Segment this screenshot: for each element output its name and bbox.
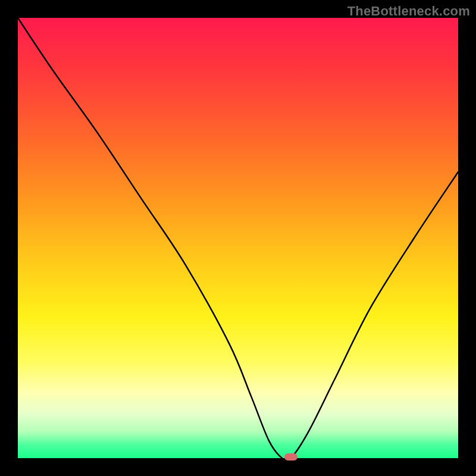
optimum-marker xyxy=(284,453,298,461)
bottleneck-curve xyxy=(18,18,458,458)
chart-container: TheBottleneck.com xyxy=(0,0,476,476)
watermark-text: TheBottleneck.com xyxy=(347,4,470,19)
plot-area xyxy=(18,18,458,458)
